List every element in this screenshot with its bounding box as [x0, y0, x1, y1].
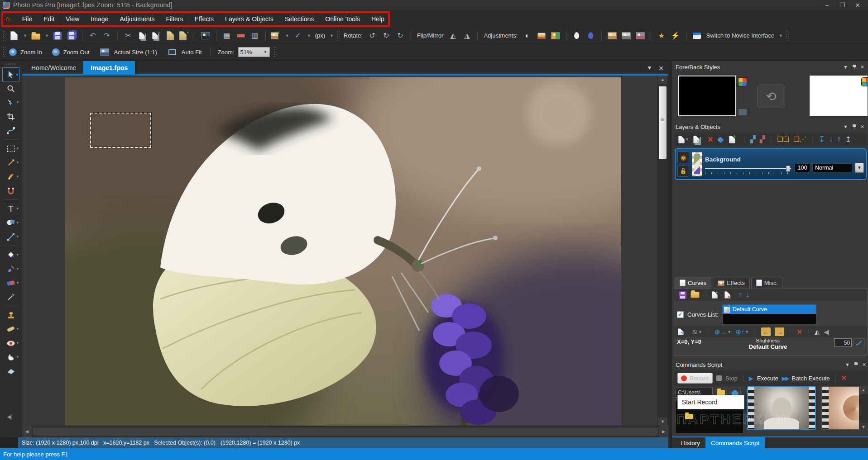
save-curve-icon[interactable] — [679, 291, 686, 299]
send-backward-icon[interactable]: ↓ — [829, 135, 833, 144]
open-file-icon[interactable] — [30, 30, 41, 41]
paste-special-icon[interactable]: + — [179, 30, 190, 41]
bring-forward-icon[interactable]: ↑ — [837, 135, 841, 144]
redo-icon[interactable]: ↷ — [101, 30, 112, 41]
foreground-style-icon[interactable] — [739, 109, 747, 115]
stop-label[interactable]: Stop — [725, 375, 738, 382]
tool-red-eye[interactable]: ▼ — [2, 336, 19, 350]
tool-pen[interactable]: ▼ — [2, 170, 19, 184]
novice-interface-label[interactable]: Switch to Novice Interface — [706, 32, 774, 39]
shift-right-icon[interactable]: → — [775, 327, 784, 336]
canvas-viewport[interactable] — [22, 76, 657, 426]
photo-red-icon[interactable] — [635, 30, 646, 41]
tool-fill-bucket[interactable]: ▼ — [2, 248, 19, 262]
tool-line[interactable]: ▼ — [2, 230, 19, 244]
palette-collapse-button[interactable]: ◀▏ — [2, 410, 19, 424]
script-pin-icon[interactable] — [854, 362, 858, 367]
copy-special-icon[interactable]: + — [151, 30, 162, 41]
tool-crop[interactable] — [2, 109, 19, 123]
rotate-free-icon[interactable]: ↻ — [395, 30, 406, 41]
tab-effects[interactable]: Effects — [713, 277, 750, 289]
zoom-in-icon[interactable]: + — [9, 48, 17, 56]
blur-drop-icon[interactable] — [585, 30, 596, 41]
photo-adjust-icon[interactable] — [607, 30, 618, 41]
tool-shapes[interactable]: ▼ — [2, 216, 19, 230]
delete-curve-icon[interactable]: ✕ — [724, 291, 734, 299]
zoom-level-combobox[interactable]: 51% ▼ — [238, 47, 270, 57]
novice-interface-icon[interactable] — [691, 30, 702, 41]
duplicate-layer-icon[interactable]: ↻ — [693, 136, 703, 143]
script-delete-icon[interactable]: ✕ — [841, 374, 847, 382]
load-curve-icon[interactable] — [691, 292, 700, 298]
undo-icon[interactable]: ↶ — [87, 30, 98, 41]
layer-visibility-eye-icon[interactable]: ◉ — [677, 152, 689, 163]
forestyles-pin-icon[interactable] — [853, 65, 856, 70]
layer-opacity-value[interactable]: 100 — [795, 163, 810, 172]
tab-curves[interactable]: Curves — [675, 277, 711, 289]
auto-fit-label[interactable]: Auto Fit — [182, 49, 202, 56]
swap-colors-button[interactable]: ⟲ — [757, 85, 785, 108]
save-all-icon[interactable] — [66, 30, 77, 41]
script-close-icon[interactable]: ✕ — [862, 362, 866, 368]
actual-size-icon[interactable] — [99, 47, 110, 57]
merge-visible-icon[interactable]: ▞ — [760, 135, 765, 143]
tool-clone-stamp[interactable] — [2, 308, 19, 322]
foreground-color-wheel-icon[interactable] — [738, 77, 747, 86]
layer-lock-icon[interactable]: 🔓 — [677, 165, 689, 177]
save-icon[interactable] — [52, 30, 63, 41]
curve-graph-icon[interactable] — [854, 338, 864, 347]
zoom-out-label[interactable]: Zoom Out — [63, 49, 90, 56]
foreground-color-swatch[interactable] — [678, 76, 736, 116]
open-file-dropdown[interactable]: ▼ — [45, 33, 49, 38]
photo-bw-icon[interactable] — [621, 30, 632, 41]
layer-opacity-slider[interactable] — [705, 166, 791, 172]
script-scroll-down-icon[interactable]: ▼ — [859, 423, 868, 431]
flip-curve-h-icon[interactable]: ◭ — [815, 328, 820, 336]
layer-name[interactable]: Background — [705, 156, 864, 163]
layers-dropdown-icon[interactable]: ▼ — [843, 124, 848, 129]
zoom-in-label[interactable]: Zoom In — [20, 49, 42, 56]
batch-execute-icon[interactable]: ▶▶ — [782, 375, 788, 382]
layer-thumbnail[interactable] — [692, 152, 702, 176]
tab-list-dropdown-icon[interactable]: ▼ — [647, 65, 652, 72]
flip-curve-v-icon[interactable]: ◀ — [824, 328, 829, 336]
ruler-icon[interactable] — [235, 30, 246, 41]
restore-button[interactable]: ❐ — [834, 0, 850, 9]
tool-magnet[interactable] — [2, 184, 19, 198]
layer-info-icon[interactable]: ◆i — [718, 134, 725, 144]
new-layer-icon[interactable]: ▼ — [678, 136, 689, 143]
apply-up-icon[interactable]: ⊕↑▼ — [735, 328, 749, 336]
rotate-left-icon[interactable]: ↺ — [367, 30, 378, 41]
background-color-swatch[interactable] — [810, 76, 868, 116]
new-file-icon[interactable] — [9, 30, 19, 41]
script-scrollbar[interactable]: ▲ ▼ — [859, 386, 868, 431]
execute-label[interactable]: Execute — [757, 375, 778, 382]
tab-home-welcome[interactable]: Home/Welcome — [24, 61, 83, 74]
tab-commands-script[interactable]: Commands Script — [705, 437, 765, 448]
batch-execute-label[interactable]: Batch Execute — [792, 375, 830, 382]
horizontal-scrollbar[interactable]: ◀ ▶ — [22, 426, 668, 437]
paste-icon[interactable] — [165, 30, 176, 41]
colorize-icon[interactable] — [550, 30, 561, 41]
selection-marquee[interactable] — [90, 113, 151, 148]
merge-down-icon[interactable]: ▞ — [750, 135, 756, 143]
contrast-icon[interactable]: ◐ — [522, 30, 533, 41]
vector-tool-dropdown[interactable]: ▼ — [307, 33, 311, 38]
ungroup-objects-icon[interactable]: ❏⋰ — [793, 135, 806, 143]
script-dropdown-icon[interactable]: ▼ — [845, 362, 850, 367]
tool-magic-wand[interactable]: ▼ — [2, 156, 19, 170]
horizontal-scroll-thumb[interactable] — [33, 427, 658, 436]
curves-listbox[interactable]: Default Curve — [722, 304, 816, 324]
layers-pin-icon[interactable] — [853, 124, 856, 129]
unit-label[interactable]: (px) — [315, 32, 325, 39]
record-button[interactable]: Record — [677, 373, 713, 384]
tool-text[interactable]: T▼ — [2, 202, 19, 216]
curves-list-item-selected[interactable]: Default Curve — [723, 305, 816, 314]
tool-brush[interactable]: ▼ — [2, 262, 19, 276]
tab-misc[interactable]: Misc. — [751, 277, 783, 289]
tool-healing-patch[interactable]: ▼ — [2, 322, 19, 336]
tool-move[interactable]: ▼ — [2, 95, 19, 109]
unit-dropdown[interactable]: ▼ — [330, 33, 334, 38]
tile-view-icon[interactable]: ▥ — [249, 30, 260, 41]
curve-down-icon[interactable]: ↓ — [746, 291, 749, 299]
